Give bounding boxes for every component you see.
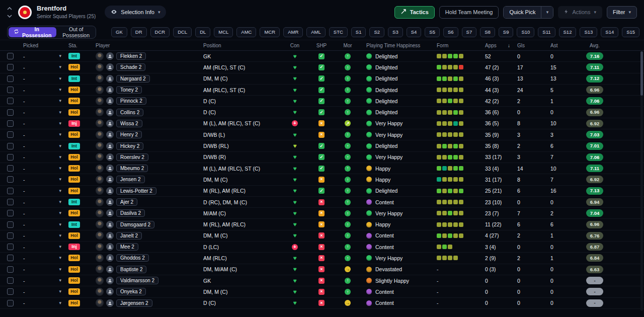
player-name[interactable]: Ajer 2	[116, 198, 137, 206]
position-filter-s6[interactable]: S6	[443, 27, 458, 37]
table-row[interactable]: - ▾ Hol Jørgensen 2 D (C) ♥ × → Content …	[0, 298, 644, 309]
table-row[interactable]: - ▾ Int Hickey 2 D/WB (RL) ♥ ✓ ↑ Delight…	[0, 140, 644, 151]
table-row[interactable]: - ▾ Hol Valdimarsson 2 GK ♥ × ↑ Slightly…	[0, 275, 644, 286]
row-checkbox[interactable]	[7, 53, 14, 59]
row-checkbox[interactable]	[7, 221, 14, 228]
table-row[interactable]: - ▾ Int Damsgaard 2 M (RL), AM (RLC) ♥ ×…	[0, 219, 644, 230]
player-name[interactable]: Lewis-Potter 2	[116, 187, 156, 195]
picked-dropdown[interactable]: - ▾	[17, 253, 65, 263]
position-filter-amr[interactable]: AMR	[283, 27, 303, 37]
player-name[interactable]: Wissa 2	[116, 120, 142, 127]
row-checkbox[interactable]	[7, 255, 14, 261]
picked-dropdown[interactable]: - ▾	[17, 208, 65, 218]
row-checkbox[interactable]	[7, 87, 14, 93]
position-filter-aml[interactable]: AML	[306, 27, 326, 37]
tab-out-of-possession[interactable]: Out of Possession	[57, 27, 95, 37]
player-name[interactable]: Nørgaard 2	[116, 75, 150, 83]
player-name[interactable]: Jensen 2	[116, 176, 145, 183]
player-name[interactable]: Janelt 2	[116, 232, 142, 240]
column-header-sta[interactable]: Sta.	[65, 40, 91, 50]
picked-dropdown[interactable]: - ▾	[17, 96, 65, 106]
row-checkbox[interactable]	[7, 266, 14, 273]
player-name[interactable]: Collins 2	[116, 109, 143, 116]
tactics-button[interactable]: Tactics	[394, 6, 435, 19]
position-filter-s12[interactable]: S12	[559, 27, 577, 37]
row-checkbox[interactable]	[7, 165, 14, 172]
position-filter-mcr[interactable]: MCR	[260, 27, 280, 37]
picked-dropdown[interactable]: - ▾	[17, 186, 65, 196]
row-checkbox[interactable]	[7, 300, 14, 306]
player-name[interactable]: Mee 2	[116, 243, 138, 251]
player-name[interactable]: Onyeka 2	[116, 288, 146, 295]
position-filter-stc[interactable]: STC	[329, 27, 348, 37]
player-name[interactable]: Valdimarsson 2	[116, 277, 158, 284]
position-filter-s15[interactable]: S15	[622, 27, 639, 37]
table-row[interactable]: - ▾ Hol Toney 2 AM (RLC), ST (C) ♥ ✓ ↑ D…	[0, 85, 644, 96]
picked-dropdown[interactable]: - ▾	[17, 264, 65, 275]
position-filter-dcl[interactable]: DCL	[173, 27, 192, 37]
column-header-con[interactable]: Con	[282, 40, 308, 50]
table-row[interactable]: - ▾ Hol Roerslev 2 D/WB (R) ♥ ✓ ↑ Very H…	[0, 152, 644, 163]
player-name[interactable]: Schade 2	[116, 63, 145, 71]
player-name[interactable]: Dasilva 2	[116, 209, 145, 217]
picked-dropdown[interactable]: - ▾	[17, 242, 65, 252]
row-checkbox[interactable]	[7, 98, 14, 104]
picked-dropdown[interactable]: - ▾	[17, 230, 65, 241]
row-checkbox[interactable]	[7, 75, 14, 82]
row-checkbox[interactable]	[7, 188, 14, 194]
row-checkbox[interactable]	[7, 244, 14, 250]
picked-dropdown[interactable]: - ▾	[17, 140, 65, 151]
column-header-position[interactable]: Position	[197, 40, 282, 50]
player-name[interactable]: Pinnock 2	[116, 97, 146, 105]
picked-dropdown[interactable]: - ▾	[17, 62, 65, 72]
row-checkbox[interactable]	[7, 109, 14, 116]
quick-pick-button[interactable]: Quick Pick	[504, 7, 541, 18]
table-row[interactable]: - ▾ Hol Baptiste 2 DM, M/AM (C) ♥ × → De…	[0, 264, 644, 275]
table-row[interactable]: - ▾ Hol Onyeka 2 DM, M (C) ♥ × ↑ Content…	[0, 286, 644, 297]
position-filter-gk[interactable]: GK	[111, 27, 127, 37]
row-checkbox[interactable]	[7, 288, 14, 295]
row-checkbox[interactable]	[7, 210, 14, 216]
picked-dropdown[interactable]: - ▾	[17, 174, 65, 185]
column-header-gls[interactable]: Gls	[512, 40, 544, 50]
position-filter-amc[interactable]: AMC	[236, 27, 256, 37]
position-filter-s7[interactable]: S7	[462, 27, 477, 37]
column-header-apps[interactable]: Apps ↓	[480, 40, 512, 50]
row-checkbox[interactable]	[7, 131, 14, 138]
position-filter-s8[interactable]: S8	[480, 27, 495, 37]
position-filter-dr[interactable]: DR	[131, 27, 147, 37]
table-row[interactable]: - ▾ Hol Jensen 2 DM, M (C) ♥ × ↑ Happy 3…	[0, 174, 644, 185]
column-header-shp[interactable]: SHP	[308, 40, 335, 50]
picked-dropdown[interactable]: - ▾	[17, 51, 65, 61]
row-checkbox[interactable]	[7, 232, 14, 239]
picked-dropdown[interactable]: - ▾	[17, 197, 65, 207]
table-row[interactable]: - ▾ Int Nørgaard 2 DM, M (C) ♥ ✓ ↑ Delig…	[0, 73, 644, 85]
player-name[interactable]: Mbeumo 2	[116, 165, 148, 172]
picked-dropdown[interactable]: - ▾	[17, 163, 65, 174]
player-name[interactable]: Flekken 2	[116, 52, 146, 60]
row-checkbox[interactable]	[7, 120, 14, 127]
position-filter-s9[interactable]: S9	[499, 27, 514, 37]
picked-dropdown[interactable]: - ▾	[17, 298, 65, 308]
position-filter-s5[interactable]: S5	[425, 27, 440, 37]
picked-dropdown[interactable]: - ▾	[17, 286, 65, 297]
column-header-happiness[interactable]: Playing Time Happiness	[360, 40, 431, 50]
column-header-player[interactable]: Player	[91, 40, 197, 50]
table-row[interactable]: - ▾ Hol Henry 2 D/WB (L) ♥ × ↑ Very Happ…	[0, 129, 644, 140]
position-filter-s13[interactable]: S13	[580, 27, 597, 37]
table-row[interactable]: - ▾ Hol Mbeumo 2 M (L), AM (RLC), ST (C)…	[0, 163, 644, 174]
hold-team-meeting-button[interactable]: Hold Team Meeting	[439, 6, 499, 19]
table-row[interactable]: - ▾ Hol Schade 2 AM (RLC), ST (C) ♥ ✓ ↑ …	[0, 62, 644, 73]
picked-dropdown[interactable]: - ▾	[17, 129, 65, 140]
position-filter-dl[interactable]: DL	[195, 27, 210, 37]
selection-info-button[interactable]: Selection Info ▾	[105, 6, 166, 19]
picked-dropdown[interactable]: - ▾	[17, 152, 65, 163]
position-filter-s3[interactable]: S3	[388, 27, 403, 37]
nav-up-button[interactable]	[7, 7, 12, 10]
column-header-avg[interactable]: Avg.	[575, 40, 615, 50]
picked-dropdown[interactable]: - ▾	[17, 219, 65, 229]
position-filter-s4[interactable]: S4	[407, 27, 422, 37]
table-row[interactable]: - ▾ Inj Mee 2 D (LC) + × ↑ Content 3 (4)…	[0, 242, 644, 253]
player-name[interactable]: Roerslev 2	[116, 153, 148, 161]
position-filter-dcr[interactable]: DCR	[150, 27, 170, 37]
